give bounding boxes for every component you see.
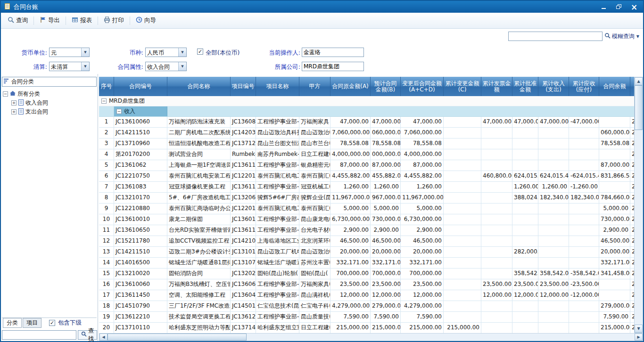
column-header[interactable]: 合同原金额(A) — [330, 77, 371, 96]
table-row[interactable]: 6JC12210750泰州百脑汇机电安装工程JC12201泰州百脑汇机电工(泰州… — [99, 171, 634, 182]
table-row[interactable]: 20JC13710110哈利盛东芝照明动力等配(JC13714哈利盛东芝组立室(… — [99, 323, 634, 333]
table-row[interactable]: 19JC13612210技术监督局空调更换工程JC13612-1工程维护事业部-… — [99, 312, 634, 323]
column-header[interactable]: 累计应收(应付) — [569, 77, 599, 96]
horizontal-scroll-thumb[interactable] — [107, 334, 247, 341]
close-button[interactable]: × — [629, 3, 639, 11]
fuzzy-search-button[interactable]: 模糊查询 — [604, 33, 635, 41]
column-header[interactable]: 甲方 — [299, 77, 330, 96]
column-header[interactable]: 累计收入(支出) — [538, 77, 569, 96]
group-row-income[interactable]: − 收入 — [99, 106, 634, 117]
table-row[interactable]: 12JC15211780追加CCTV视频监控工程JC14210上海临港地区工业(… — [99, 236, 634, 247]
table-row[interactable]: 11JC13610650台光RD实验室开槽做管路JC13611-1工程维护事业部… — [99, 225, 634, 236]
expand-icon[interactable]: + — [11, 100, 17, 106]
group-row-company[interactable]: − MRD鼎世集团 — [99, 96, 634, 106]
minimize-button[interactable] — [599, 3, 609, 11]
chevron-down-icon[interactable]: ▼ — [178, 62, 186, 71]
operator-input[interactable] — [302, 48, 364, 57]
scroll-up-button[interactable]: ▲ — [635, 77, 643, 85]
tree-root-all-categories[interactable]: − 所有分类 — [3, 90, 96, 98]
all-base-currency-checkbox[interactable] — [197, 49, 203, 55]
table-cell: 三厂1F/2F/3F FMC改造工程 — [167, 301, 231, 312]
table-cell: 2 — [99, 128, 114, 138]
column-header[interactable]: 序号 — [99, 77, 114, 96]
vertical-scroll-track[interactable] — [635, 85, 643, 325]
table-row[interactable]: 4第20170200测试营业合同Rumbek-Ra南苏丹Rumbek-Ra日立工… — [99, 149, 634, 160]
chevron-down-icon[interactable]: ▼ — [636, 34, 639, 39]
table-row[interactable]: 13JC14211510迈致二期3#办公楼设计变(JC13101昆山迈致工厂机电… — [99, 247, 634, 258]
table-row[interactable]: 7JC1361083冠亚球摄像机更换工程JC13611-1工程维护事业部-(冠亚… — [99, 182, 634, 193]
category-header[interactable]: 合同分类 — [2, 77, 97, 87]
column-header[interactable]: 合同编号 — [114, 77, 167, 96]
table-row[interactable]: 17JC13611450空调、太阳能维修工程JC13604-1工程维护事业部-(… — [99, 290, 634, 301]
fuzzy-search-input[interactable] — [508, 32, 603, 41]
vertical-scrollbar[interactable]: ▲ ▼ — [634, 77, 643, 333]
table-cell: 工程维护事业部-( — [256, 117, 299, 128]
table-row[interactable]: 18JC14510790三厂1F/2F/3F FMC改造工程JC14501仁宝信… — [99, 301, 634, 312]
wizard-button[interactable]: 向导 — [133, 15, 159, 26]
report-button[interactable]: 报表 — [69, 15, 95, 26]
table-cell: 哈利盛东芝组立室( — [256, 323, 299, 333]
settlement-select[interactable]: 未清算 ▼ — [49, 62, 90, 71]
chevron-down-icon[interactable]: ▼ — [81, 48, 89, 57]
column-header[interactable]: 累计发票金额 — [481, 77, 512, 96]
column-header[interactable]: 项目编号 — [231, 77, 256, 96]
tab-project[interactable]: 项目 — [23, 318, 41, 328]
currency-unit-select[interactable]: 元 ▼ — [49, 48, 90, 57]
column-header[interactable]: 项目名称 — [256, 77, 299, 96]
table-cell: 5 — [99, 160, 114, 171]
table-cell: 700,000.00 — [371, 269, 401, 279]
vertical-scroll-thumb[interactable] — [635, 85, 643, 130]
company-input[interactable] — [302, 62, 364, 71]
scroll-down-button[interactable]: ▼ — [635, 325, 643, 333]
table-row[interactable]: 3JC13710960恒温恒湿机酸电改造工程JC13712昆山兰台图文恒温(昆山… — [99, 138, 634, 149]
horizontal-scroll-track[interactable] — [107, 334, 635, 341]
column-header[interactable]: 合同名称 — [167, 77, 231, 96]
sidebar-item-income-contracts[interactable]: + 收入合同 — [3, 98, 96, 107]
currency-select[interactable]: 人民币 ▼ — [145, 48, 187, 57]
sidebar-item-expense-contracts[interactable]: + 支出合同 — [3, 107, 96, 116]
print-button[interactable]: 打印 — [101, 15, 127, 26]
column-header[interactable]: 累计批准金额 — [512, 77, 538, 96]
table-cell: 上海临港地区工业( — [256, 236, 299, 247]
table-cell: 47,000.00 — [330, 117, 371, 128]
table-cell — [444, 269, 481, 279]
expand-icon[interactable]: + — [11, 109, 17, 114]
chevron-down-icon[interactable]: ▼ — [81, 62, 89, 71]
scroll-right-button[interactable]: ▶ — [635, 334, 643, 341]
table-row[interactable]: 8JC132101705#、6#厂房改造机电工程JC13206骏辉5#6#厂房改… — [99, 193, 634, 204]
table-row[interactable]: 1JC13610060万福阁消防泡沫液充装JC13608-1工程维护事业部-(万… — [99, 117, 634, 128]
table-cell: 工程维护事业部-( — [256, 279, 299, 290]
table-row[interactable]: 16JC13610060万福阁B3线槽灯、空压管(JC13606-1工程维护事业… — [99, 279, 634, 290]
table-cell: 87,000.00 — [401, 160, 444, 171]
column-header[interactable]: 合同余额 — [599, 77, 630, 96]
tab-category[interactable]: 分类 — [3, 318, 22, 328]
scroll-left-button[interactable]: ◀ — [99, 334, 107, 341]
column-header[interactable] — [630, 77, 634, 96]
table-cell: 万福阁家具( — [299, 279, 330, 290]
column-header[interactable]: 累计变更金额(C) — [444, 77, 481, 96]
table-cell: 12,000.00 — [512, 290, 538, 301]
collapse-icon[interactable]: − — [101, 98, 107, 104]
include-sub-checkbox[interactable] — [49, 320, 55, 326]
horizontal-scrollbar[interactable]: ◀ ▶ — [99, 333, 643, 341]
toolbar-separator — [33, 16, 34, 25]
collapse-icon[interactable]: − — [116, 109, 122, 114]
find-button[interactable]: 查找 — [78, 330, 97, 340]
table-row[interactable]: 9JC12210880泰州百脑汇商场临时办公JC12201泰州百脑汇机电工(泰州… — [99, 204, 634, 214]
column-header[interactable]: 预计合同金额(B) — [371, 77, 401, 96]
table-row[interactable]: 15JC13210020固铂消防合同JC13202固铂(昆山)轮胎(固铂(昆山(… — [99, 269, 634, 279]
maximize-button[interactable] — [614, 3, 624, 11]
table-row[interactable]: 10JC13610010康龙二期保固JC13601-1工程维护事业部-(昆山康龙… — [99, 214, 634, 225]
column-header[interactable]: 变更后合同金额(A+C+D) — [401, 77, 444, 96]
contract-attr-select[interactable]: 收入合同 ▼ — [145, 62, 187, 71]
export-button[interactable]: 导出 — [37, 15, 63, 26]
table-row[interactable]: 2JC14211510二期厂房机电二次配系统JC14203昆山迈致治具科技(昆山… — [99, 128, 634, 138]
chevron-down-icon[interactable]: ▼ — [178, 48, 186, 57]
find-button-label: 查找 — [88, 327, 94, 342]
collapse-icon[interactable]: − — [3, 91, 8, 97]
tree-search-input[interactable] — [2, 330, 76, 340]
query-button[interactable]: 查询 — [5, 15, 31, 26]
table-row[interactable]: 14JC14016500铭城生活广场暖通B1层排水JC13107铭城生活广场暖通… — [99, 258, 634, 269]
table-row[interactable]: 5JC1361062上海银鼎一期1F空调送回JC13611-1工程维护事业部-(… — [99, 160, 634, 171]
subgroup-cell[interactable]: − 收入 — [114, 106, 167, 116]
